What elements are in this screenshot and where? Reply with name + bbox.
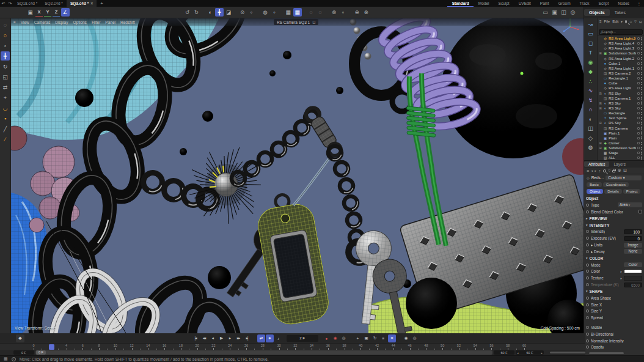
knife-tool-icon[interactable]: ∕	[1, 135, 10, 144]
play-mode-loop-icon[interactable]: ⇄	[257, 334, 265, 342]
render-toggle-icon[interactable]	[637, 112, 640, 114]
object-row[interactable]: ◫RS Camera.1	[598, 96, 644, 101]
zoom-selection-icon[interactable]: ◌	[1, 20, 10, 29]
layout-tab-model[interactable]: Model	[474, 0, 494, 7]
param-swatch[interactable]	[624, 269, 642, 273]
render-toggle-icon[interactable]	[637, 142, 640, 144]
timeline-ruler[interactable]: 0246810121416182022242628303234363840424…	[0, 343, 585, 350]
visibility-dots-icon[interactable]	[641, 47, 642, 50]
modeling-arc-icon[interactable]: ◡	[1, 103, 10, 113]
status-grid-icon[interactable]: ▦	[4, 356, 8, 361]
record-parameter-icon[interactable]: ≡	[379, 334, 387, 342]
play-forward-icon[interactable]: ▶	[218, 334, 225, 342]
workplane-grid-icon[interactable]: ▦	[284, 8, 293, 17]
live-selection-icon[interactable]: ◐	[206, 8, 214, 17]
record-active-objects-icon[interactable]: ●	[323, 334, 331, 342]
subdivision-surface-icon[interactable]: ◉	[585, 57, 596, 67]
attr-hamburger-icon[interactable]: ≡	[587, 169, 589, 173]
go-to-start-icon[interactable]: |◂	[192, 334, 200, 342]
om-menu-file[interactable]: File	[604, 20, 610, 23]
visibility-dots-icon[interactable]	[641, 157, 642, 160]
range-end-field[interactable]: 60 F	[494, 350, 514, 355]
keyframe-dot-icon[interactable]	[586, 333, 589, 336]
viewport-menu-options[interactable]: Options	[73, 20, 86, 24]
record-option-a-icon[interactable]: ◉	[402, 334, 410, 342]
expand-icon[interactable]: ⊞	[599, 102, 602, 105]
object-row[interactable]: ●Cube.1	[598, 61, 644, 66]
om-expand-icon[interactable]: ⊡	[639, 20, 642, 24]
object-row[interactable]: ◇RS Area Light.2	[598, 56, 644, 61]
object-row[interactable]: ⊞◐RS Sky	[598, 91, 644, 96]
layout-tab-uvedit[interactable]: UVEdit	[514, 0, 535, 7]
keyframe-dot-icon[interactable]	[586, 204, 589, 207]
keyframe-dot-icon[interactable]	[586, 303, 589, 306]
render-toggle-icon[interactable]	[637, 157, 640, 159]
render-toggle-icon[interactable]	[637, 77, 640, 79]
render-toggle-icon[interactable]	[637, 92, 640, 95]
visibility-dots-icon[interactable]	[641, 147, 642, 150]
cloner-icon[interactable]: ◆	[585, 67, 596, 77]
text-spline-icon[interactable]: T	[585, 48, 596, 58]
keyframe-dot-icon[interactable]	[586, 345, 589, 349]
object-row[interactable]: TText Spline	[598, 116, 644, 120]
visibility-dots-icon[interactable]	[641, 62, 642, 65]
document-tab[interactable]: SQ18.c4d *	[13, 0, 41, 7]
attr-section-shape[interactable]: ▾SHAPE	[584, 288, 644, 295]
modeling-square-icon[interactable]: ▪	[1, 114, 10, 123]
render-toggle-icon[interactable]	[637, 127, 640, 130]
param-button[interactable]: None	[624, 249, 642, 254]
visibility-dots-icon[interactable]	[641, 117, 642, 120]
modeling-options-icon[interactable]: ∘	[339, 8, 348, 17]
keyframe-dot-icon[interactable]	[586, 270, 589, 273]
redshift-render-icon[interactable]: ◎	[569, 8, 577, 17]
om-pathfilter-icon[interactable]: ▽	[610, 31, 613, 35]
record-scale-icon[interactable]: ▣	[362, 334, 370, 342]
next-key-icon[interactable]: ▸▸	[235, 334, 243, 342]
expand-icon[interactable]: ⊞	[599, 51, 602, 55]
render-picture-viewer-icon[interactable]: ▣	[551, 8, 559, 17]
next-frame-icon[interactable]: ▸	[226, 334, 234, 342]
attr-settings-icon[interactable]: ⊛	[618, 168, 621, 173]
object-row[interactable]: ◇RS Area Light.1	[598, 66, 644, 71]
playhead[interactable]	[49, 344, 54, 350]
bend-deformer-icon[interactable]: ∩	[585, 105, 596, 115]
set-keyframe-icon[interactable]: ◆	[16, 334, 24, 342]
attr-forward-icon[interactable]: ▸	[595, 169, 597, 172]
render-view-icon[interactable]: ▭	[541, 8, 550, 17]
viewport-menu-redshift[interactable]: Redshift	[120, 20, 135, 24]
visibility-dots-icon[interactable]	[641, 77, 642, 80]
layout-tab-sculpt[interactable]: Sculpt	[494, 0, 514, 7]
render-toggle-icon[interactable]	[637, 122, 640, 124]
camera-object-icon[interactable]: ◫	[585, 124, 596, 134]
render-toggle-icon[interactable]	[637, 37, 640, 40]
lasso-selection-icon[interactable]: ◪	[224, 8, 233, 17]
render-toggle-icon[interactable]	[637, 52, 640, 54]
attr-pill-project[interactable]: Project	[623, 189, 641, 194]
viewport-layout-icon[interactable]: ▣	[26, 8, 35, 17]
om-home-icon[interactable]: ⌂	[629, 20, 632, 23]
visibility-dots-icon[interactable]	[641, 131, 642, 135]
attr-filter-icon[interactable]: ▽	[608, 169, 610, 172]
visibility-dots-icon[interactable]	[641, 107, 642, 110]
play-sounds-icon[interactable]: ♪	[274, 334, 282, 342]
keyframe-selection-icon[interactable]: ◎	[340, 334, 348, 342]
layout-tab-script[interactable]: Script	[594, 0, 613, 7]
om-filter-icon[interactable]: ▽	[634, 20, 637, 23]
object-row[interactable]: ⊞▣Subdivision Surface	[598, 146, 644, 150]
visibility-dots-icon[interactable]	[641, 42, 642, 45]
viewport-menu-display[interactable]: Display	[55, 20, 68, 24]
selection-dot-icon[interactable]: ∘	[1, 41, 10, 50]
render-toggle-icon[interactable]	[637, 107, 640, 109]
visibility-dots-icon[interactable]	[641, 37, 642, 40]
move-tool-icon[interactable]: ╋	[1, 51, 10, 61]
layout-tab-groom[interactable]: Groom	[554, 0, 575, 7]
keyframe-dot-icon[interactable]	[586, 316, 589, 319]
attr-lock-icon[interactable]	[612, 170, 615, 172]
section-caret-icon[interactable]: ▾	[586, 223, 588, 227]
render-toggle-icon[interactable]	[637, 72, 640, 75]
sky-environment-icon[interactable]: ◐	[585, 114, 596, 124]
attribute-hscrollbar[interactable]	[584, 351, 644, 355]
object-row[interactable]: ▤ALL	[598, 155, 644, 160]
attr-section-preview[interactable]: ▸PREVIEW	[584, 215, 644, 222]
param-input[interactable]: 0	[624, 236, 642, 241]
